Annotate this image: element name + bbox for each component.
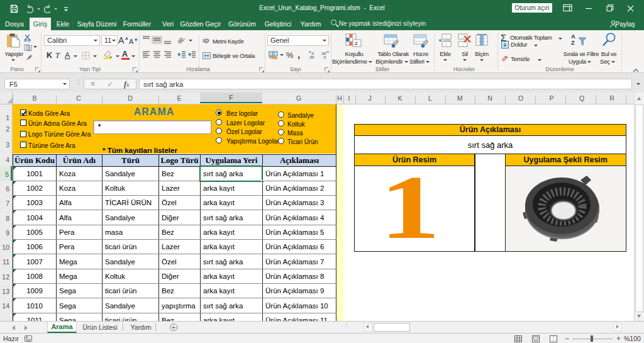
svg-text:,0: ,0 — [323, 55, 326, 59]
svg-text:,00: ,00 — [309, 55, 314, 59]
svg-text:≠: ≠ — [355, 40, 358, 47]
svg-text:Z: Z — [571, 39, 575, 46]
